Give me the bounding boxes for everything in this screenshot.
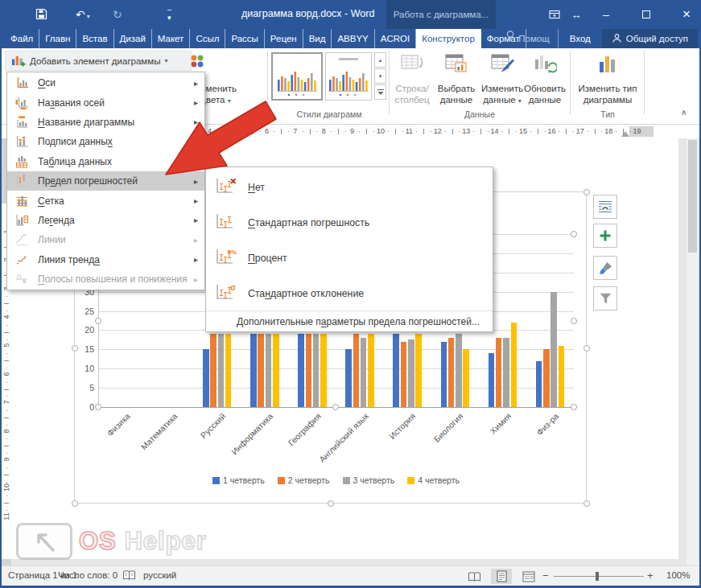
- bar-5-s0[interactable]: [345, 349, 352, 407]
- tab-10[interactable]: ACROI: [375, 29, 416, 48]
- selection-handle[interactable]: [72, 500, 78, 507]
- bar-3-s1[interactable]: [258, 334, 264, 407]
- zoom-in-icon[interactable]: +: [647, 569, 654, 582]
- chart-styles-button[interactable]: [593, 256, 617, 280]
- selection-handle[interactable]: [571, 318, 577, 324]
- menu-item-axis-titles[interactable]: Названия осей▸: [7, 93, 204, 112]
- menu-item-updown-bars[interactable]: Полосы повышения и понижения▸: [7, 269, 204, 289]
- close-icon[interactable]: ×: [674, 0, 699, 29]
- bar-7-s2[interactable]: [456, 334, 462, 407]
- chart-style-thumbnail-2[interactable]: [325, 52, 372, 101]
- bar-7-s1[interactable]: [448, 338, 455, 407]
- save-icon[interactable]: [35, 8, 47, 23]
- add-chart-element-button[interactable]: Добавить элемент диаграммы ▾: [5, 51, 192, 71]
- minimize-icon[interactable]: –: [594, 0, 618, 29]
- bar-8-s0[interactable]: [489, 353, 495, 407]
- tab-9[interactable]: ABBYY: [332, 29, 374, 48]
- context-tab-group[interactable]: Работа с диаграмма...: [386, 0, 496, 29]
- menu-item-data-table[interactable]: Таблица данных: [7, 152, 204, 171]
- selection-handle[interactable]: [583, 500, 590, 507]
- collapse-ribbon-icon[interactable]: ∧: [681, 108, 687, 117]
- bar-2-s3[interactable]: [225, 334, 232, 407]
- tab-8[interactable]: Вид: [303, 29, 332, 48]
- legend-item[interactable]: 2 четверть: [278, 475, 330, 485]
- row-column-button[interactable]: Строка/ столбец: [391, 51, 433, 109]
- selection-handle[interactable]: [332, 404, 339, 410]
- bar-6-s0[interactable]: [393, 334, 399, 407]
- fit-width-icon[interactable]: ↔: [567, 0, 586, 29]
- select-data-button[interactable]: Выбрать данные: [435, 51, 478, 109]
- chart-elements-button[interactable]: [593, 224, 617, 248]
- share-button[interactable]: Общий доступ: [602, 29, 698, 48]
- ribbon-display-options-icon[interactable]: [544, 0, 565, 29]
- chart-style-thumbnail-1[interactable]: [271, 52, 323, 101]
- gallery-more-icon[interactable]: [374, 84, 386, 100]
- zoom-out-icon[interactable]: −: [542, 569, 549, 582]
- layout-options-button[interactable]: [593, 195, 617, 219]
- menu-item-chart-title[interactable]: Название диаграммы▸: [7, 113, 204, 132]
- submenu-item-eb-std-error[interactable]: Стандартная погрешность: [206, 205, 493, 241]
- web-layout-icon[interactable]: [518, 569, 539, 584]
- bar-3-s3[interactable]: [273, 334, 279, 407]
- legend-item[interactable]: 4 четверть: [407, 475, 460, 485]
- bar-7-s0[interactable]: [441, 342, 447, 407]
- selection-handle[interactable]: [583, 345, 590, 352]
- tab-11[interactable]: Конструктор: [416, 29, 481, 48]
- proofing-icon[interactable]: [122, 569, 136, 583]
- submenu-item-eb-none[interactable]: Нет: [206, 170, 493, 205]
- submenu-item-eb-percent[interactable]: 5%Процент: [206, 241, 493, 276]
- menu-item-axes[interactable]: Оси▸: [7, 73, 204, 93]
- menu-item-legend[interactable]: Легенда▸: [7, 211, 204, 230]
- customize-qat-icon[interactable]: ▾: [167, 10, 171, 25]
- word-count[interactable]: Число слов: 0: [58, 570, 118, 580]
- language-indicator[interactable]: русский: [143, 570, 176, 580]
- bar-2-s2[interactable]: [218, 334, 225, 407]
- bar-3-s0[interactable]: [250, 334, 257, 407]
- tab-5[interactable]: Ссыл: [190, 29, 225, 48]
- bar-9-s3[interactable]: [559, 346, 565, 407]
- bar-5-s2[interactable]: [361, 338, 367, 407]
- bar-7-s3[interactable]: [463, 349, 469, 407]
- legend-item[interactable]: 3 четверть: [343, 475, 395, 485]
- selection-handle[interactable]: [95, 404, 101, 410]
- submenu-item-eb-std-dev[interactable]: σСтандартное отклонение: [206, 276, 493, 311]
- bar-2-s0[interactable]: [203, 349, 209, 407]
- undo-icon[interactable]: ↶▾: [76, 7, 90, 24]
- more-error-bars-options[interactable]: Дополнительные параметры предела погрешн…: [206, 310, 493, 331]
- bar-9-s0[interactable]: [536, 361, 542, 407]
- bar-6-s3[interactable]: [415, 334, 422, 407]
- sign-in-button[interactable]: Вход: [565, 34, 596, 43]
- scrollbar-thumb[interactable]: [688, 140, 697, 253]
- help-assistant[interactable]: Помощ: [504, 29, 558, 48]
- bar-9-s2[interactable]: [550, 292, 557, 407]
- bar-5-s3[interactable]: [368, 334, 374, 407]
- selection-handle[interactable]: [571, 404, 577, 410]
- bar-9-s1[interactable]: [543, 349, 550, 407]
- bar-6-s1[interactable]: [401, 342, 407, 407]
- edit-data-button[interactable]: Изменить данные ▾: [480, 51, 525, 109]
- selection-handle[interactable]: [583, 189, 590, 195]
- refresh-data-button[interactable]: Обновить данные: [522, 51, 568, 109]
- legend-item[interactable]: 1 четверть: [212, 475, 265, 485]
- tab-7[interactable]: Рецен: [265, 29, 303, 48]
- selection-handle[interactable]: [95, 318, 101, 324]
- selection-handle[interactable]: [72, 345, 78, 352]
- tab-2[interactable]: Встав: [76, 29, 113, 48]
- menu-item-error-bars[interactable]: Предел погрешностей▸: [7, 171, 204, 191]
- menu-item-gridlines[interactable]: Сетка▸: [7, 191, 204, 210]
- bar-4-s0[interactable]: [298, 334, 304, 407]
- change-chart-type-button[interactable]: Изменить тип диаграммы: [573, 51, 642, 109]
- bar-8-s3[interactable]: [511, 323, 518, 407]
- tab-4[interactable]: Макет: [152, 29, 191, 48]
- zoom-level[interactable]: 100%: [666, 570, 690, 580]
- menu-item-lines[interactable]: Линии▸: [7, 230, 204, 249]
- vertical-scrollbar[interactable]: [687, 138, 699, 565]
- bar-4-s3[interactable]: [320, 334, 327, 407]
- menu-item-data-labels[interactable]: Подписи данных▸: [7, 132, 204, 151]
- bar-5-s1[interactable]: [353, 334, 360, 407]
- tab-3[interactable]: Дизай: [114, 29, 152, 48]
- tab-1[interactable]: Главн: [39, 29, 76, 48]
- zoom-slider-track[interactable]: [554, 576, 644, 577]
- chart-filters-button[interactable]: [593, 286, 617, 310]
- bar-4-s1[interactable]: [306, 334, 312, 407]
